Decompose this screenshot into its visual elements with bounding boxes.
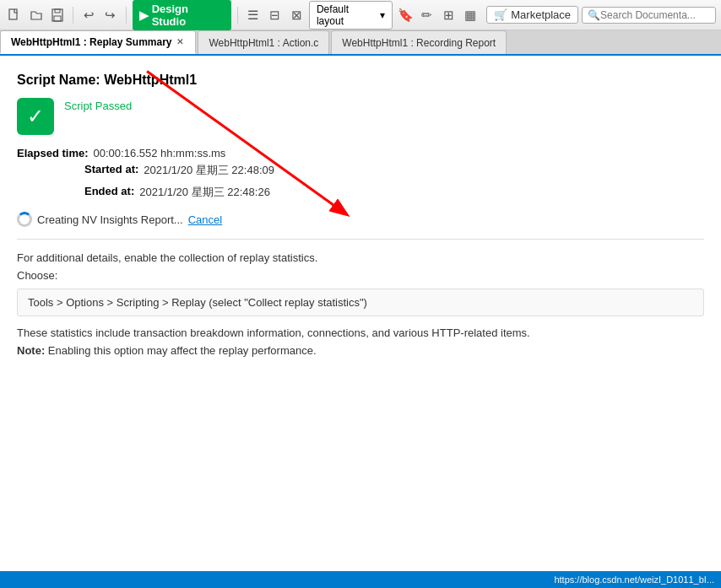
dashboard-icon[interactable]: ▦ (462, 6, 480, 24)
undo-icon[interactable]: ↩ (79, 6, 98, 24)
svg-rect-2 (55, 9, 60, 13)
code-path-text: Tools > Options > Scripting > Replay (se… (28, 296, 367, 309)
note-text: Note: Enabling this option may affect th… (17, 344, 704, 357)
tab-replay-summary[interactable]: WebHttpHtml1 : Replay Summary ✕ (0, 30, 196, 54)
marketplace-button[interactable]: 🛒 Marketplace (486, 6, 578, 24)
cancel-link[interactable]: Cancel (188, 213, 222, 226)
elapsed-label: Elapsed time: (17, 147, 89, 159)
brand-label: Design Studio (152, 3, 225, 28)
statusbar: https://blog.csdn.net/weizI_D1011_bI... (0, 571, 721, 588)
info-line1: For additional details, enable the colle… (17, 251, 704, 264)
toolbar: ↩ ↪ ▶ Design Studio ☰ ⊟ ⊠ Default layout… (0, 0, 721, 30)
code-path-box: Tools > Options > Scripting > Replay (se… (17, 289, 704, 316)
divider (17, 239, 704, 240)
redo-icon[interactable]: ↪ (101, 6, 120, 24)
script-name-header: Script Name: WebHttpHtml1 (17, 73, 704, 88)
statusbar-text: https://blog.csdn.net/weizI_D1011_bI... (554, 575, 714, 585)
info-line2: These statistics include transaction bre… (17, 326, 704, 339)
ended-value: 2021/1/20 星期三 22:48:26 (139, 185, 270, 200)
ended-row: Ended at: 2021/1/20 星期三 22:48:26 (84, 185, 704, 200)
chevron-down-icon: ▾ (380, 9, 385, 21)
svg-rect-3 (54, 16, 61, 21)
choose-label: Choose: (17, 269, 704, 282)
note-label: Note: (17, 344, 45, 357)
align-icon3[interactable]: ⊠ (287, 6, 306, 24)
status-text: Script Passed (64, 98, 132, 112)
align-left-icon[interactable]: ☰ (244, 6, 263, 24)
started-label: Started at: (84, 163, 138, 178)
align-icon2[interactable]: ⊟ (265, 6, 284, 24)
search-input[interactable] (600, 9, 710, 21)
spinner-icon (17, 212, 32, 227)
marketplace-label: Marketplace (511, 8, 571, 21)
elapsed-row: Elapsed time: 00:00:16.552 hh:mm:ss.ms (17, 147, 704, 159)
search-box[interactable]: 🔍 (582, 7, 716, 24)
started-row: Started at: 2021/1/20 星期三 22:48:09 (84, 163, 704, 178)
progress-text: Creating NV Insights Report... (37, 213, 183, 226)
elapsed-value: 00:00:16.552 hh:mm:ss.ms (94, 147, 226, 159)
sep3 (237, 7, 238, 24)
sep2 (126, 7, 127, 24)
ended-label: Ended at: (84, 185, 134, 200)
script-name-label: Script Name: (17, 73, 100, 87)
ds-logo-icon: ▶ (139, 8, 149, 22)
new-file-icon[interactable] (5, 6, 24, 24)
status-area: ✓ Script Passed (17, 98, 704, 135)
pencil-icon[interactable]: ✏ (418, 6, 436, 24)
script-name-value: WebHttpHtml1 (104, 73, 197, 87)
grid-icon[interactable]: ⊞ (440, 6, 458, 24)
svg-rect-0 (9, 9, 17, 19)
started-value: 2021/1/20 星期三 22:48:09 (144, 163, 274, 178)
save-icon[interactable] (48, 6, 67, 24)
time-info: Elapsed time: 00:00:16.552 hh:mm:ss.ms S… (17, 147, 704, 203)
tab-action[interactable]: WebHttpHtml1 : Action.c (198, 30, 329, 54)
check-icon: ✓ (17, 98, 54, 135)
main-content: Script Name: WebHttpHtml1 ✓ Script Passe… (0, 56, 721, 588)
layout-dropdown[interactable]: Default layout ▾ (309, 1, 393, 30)
tab-label: WebHttpHtml1 : Replay Summary (11, 36, 171, 48)
open-icon[interactable] (27, 6, 46, 24)
sep1 (73, 7, 73, 24)
progress-row: Creating NV Insights Report... Cancel (17, 212, 704, 227)
tab-recording-report[interactable]: WebHttpHtml1 : Recording Report (331, 30, 507, 54)
cart-icon: 🛒 (494, 8, 507, 21)
bookmark-icon[interactable]: 🔖 (396, 6, 415, 24)
info-section: For additional details, enable the colle… (17, 251, 704, 357)
tab-close-icon[interactable]: ✕ (175, 36, 185, 47)
tab-label: WebHttpHtml1 : Recording Report (342, 37, 496, 49)
tab-label: WebHttpHtml1 : Action.c (209, 37, 318, 49)
note-body: Enabling this option may affect the repl… (48, 344, 317, 357)
design-studio-button[interactable]: ▶ Design Studio (133, 0, 231, 30)
search-icon: 🔍 (588, 9, 600, 21)
layout-label: Default layout (317, 3, 377, 27)
tab-bar: WebHttpHtml1 : Replay Summary ✕ WebHttpH… (0, 30, 721, 56)
